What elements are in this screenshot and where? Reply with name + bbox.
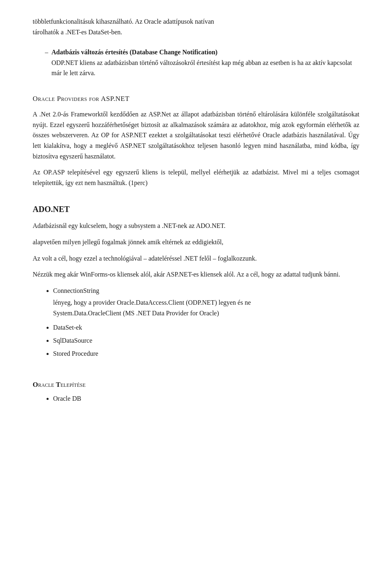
oracle-install-heading: Oracle Telepítése	[33, 379, 359, 390]
connection-string-sub: lényeg, hogy a provider Oracle.DataAcces…	[53, 297, 359, 318]
dash-notification-content: Adatbázis változás értesítés (Database C…	[51, 47, 359, 78]
ado-net-section: ADO.NET Adatbázisnál egy kulcselem, hogy…	[33, 203, 359, 359]
oracle-install-bullet-list: Oracle DB	[53, 393, 359, 404]
bullet-oracle-db: Oracle DB	[53, 393, 359, 404]
ado-net-para1: Adatbázisnál egy kulcselem, hogy a subsy…	[33, 221, 359, 231]
bullet-connection-string: ConnectionString lényeg, hogy a provider…	[53, 286, 359, 319]
bullet-sqldatasource: SqlDataSource	[53, 335, 359, 346]
bullet-dataset: DataSet-ek	[53, 322, 359, 333]
oracle-providers-para2: Az OP.ASP telepítésével egy egyszerű kli…	[33, 167, 359, 188]
oracle-install-section: Oracle Telepítése Oracle DB	[33, 379, 359, 404]
oracle-providers-para1: A .Net 2.0-ás Frameworktől kezdődően az …	[33, 109, 359, 161]
ado-net-heading: ADO.NET	[33, 203, 359, 216]
intro-section: többletfunkcionalitásuk kihasználható. A…	[33, 16, 359, 78]
oracle-providers-heading: Oracle Providers for ASP.NET	[33, 93, 359, 104]
ado-net-para4: Nézzük meg akár WinForms-os kliensek aló…	[33, 269, 359, 280]
dash-notification-body: ODP.NET kliens az adatbázisban történő v…	[51, 59, 352, 77]
ado-net-para3: Az volt a cél, hogy ezzel a technológiáv…	[33, 253, 359, 264]
dash-notification: – Adatbázis változás értesítés (Database…	[45, 47, 359, 78]
bullet-stored-procedure: Stored Procedure	[53, 348, 359, 359]
ado-net-para2: alapvetően milyen jellegű fogalmak jönne…	[33, 237, 359, 248]
dash-notification-title: Adatbázis változás értesítés (Database C…	[51, 49, 218, 56]
dash-symbol: –	[45, 47, 48, 78]
oracle-providers-section: Oracle Providers for ASP.NET A .Net 2.0-…	[33, 93, 359, 188]
ado-net-bullet-list: ConnectionString lényeg, hogy a provider…	[53, 286, 359, 359]
intro-line1: többletfunkcionalitásuk kihasználható. A…	[33, 16, 359, 37]
